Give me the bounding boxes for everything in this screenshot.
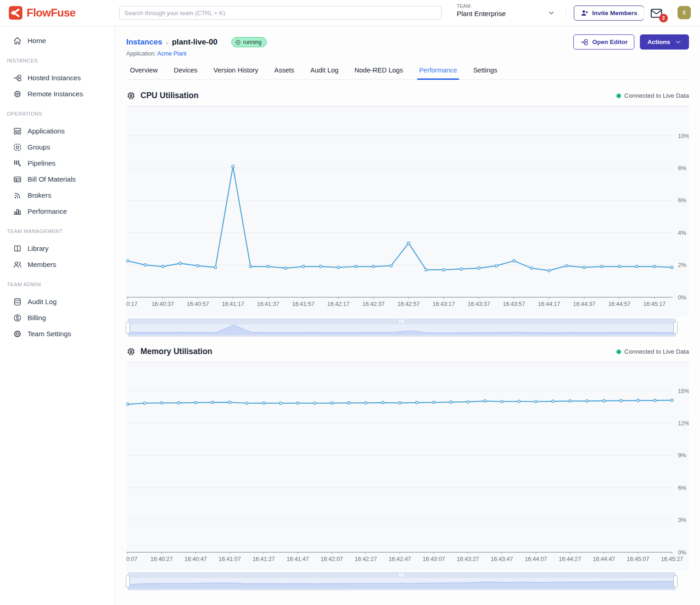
memory-section-title: Memory Utilisation [140,347,213,356]
tab-audit-log[interactable]: Audit Log [310,67,338,79]
svg-text:10%: 10% [678,133,689,139]
sidebar-section-label: INSTANCES [7,58,114,63]
cpu-chart-range-minimap[interactable] [128,318,676,337]
memory-chart-range-minimap[interactable] [128,572,676,590]
actions-label: Actions [647,39,670,45]
svg-text:16:41:57: 16:41:57 [292,301,314,307]
sidebar-item-label: Bill Of Materials [28,175,76,183]
svg-text:16:43:37: 16:43:37 [468,301,490,307]
svg-text:16:40:37: 16:40:37 [151,301,174,307]
sidebar-item-label: Members [28,261,56,268]
broadcast-icon [13,191,22,200]
sidebar-item-audit-log[interactable]: Audit Log [0,294,114,310]
application-line: Application: Acme Plant [126,50,689,57]
user-avatar[interactable]: fl [678,6,691,19]
cpu-chip-icon [13,89,22,99]
svg-text:16:44:37: 16:44:37 [573,301,595,307]
tab-performance[interactable]: Performance [419,67,457,79]
svg-text:15%: 15% [678,388,689,394]
svg-text:16:42:57: 16:42:57 [398,301,420,307]
invite-members-button[interactable]: Invite Members [574,6,644,21]
svg-text:16:40:47: 16:40:47 [185,556,207,562]
svg-text:16:44:47: 16:44:47 [593,556,615,562]
sidebar-item-team-settings[interactable]: Team Settings [0,326,114,342]
application-link[interactable]: Acme Plant [157,50,186,57]
sidebar-item-hosted-instances[interactable]: Hosted Instances [0,70,114,86]
range-handle-right[interactable] [673,322,678,334]
sidebar-item-home[interactable]: Home [0,33,114,49]
sitemap-icon [13,73,22,83]
svg-text:16:42:47: 16:42:47 [389,556,411,562]
cpu-chip-icon [126,91,136,100]
svg-text:16:44:57: 16:44:57 [608,301,631,307]
sidebar-item-performance[interactable]: Performance [0,203,114,219]
svg-text:6%: 6% [678,485,686,491]
sidebar-item-brokers[interactable]: Brokers [0,187,114,203]
tab-version-history[interactable]: Version History [213,67,258,79]
instance-name: plant-live-00 [172,38,217,47]
sidebar-item-applications[interactable]: Applications [0,123,114,139]
svg-text:16:43:27: 16:43:27 [457,556,479,562]
flowfuse-logo-text: FlowFuse [27,6,76,19]
actions-button[interactable]: Actions [640,34,689,50]
top-navigation-bar: FlowFuse TEAM: Plant Enterprise Invite M… [0,0,700,26]
search-input[interactable] [119,6,442,20]
svg-text:16:42:17: 16:42:17 [327,301,350,307]
live-status-dot [616,94,621,98]
cpu-utilisation-chart[interactable]: 0%2%4%6%8%10%0:1716:40:3716:40:5716:41:1… [126,106,689,317]
minimap-bottom-strip [128,335,676,337]
sidebar-item-pipelines[interactable]: Pipelines [0,155,114,171]
svg-text:16:43:07: 16:43:07 [423,556,445,562]
header-divider [566,7,566,19]
sidebar-item-library[interactable]: Library [0,240,114,256]
notifications-button[interactable]: 2 [649,6,664,20]
svg-text:16:41:27: 16:41:27 [252,556,275,562]
sidebar-item-remote-instances[interactable]: Remote Instances [0,86,114,102]
svg-text:16:45:17: 16:45:17 [643,301,666,307]
range-handle-left[interactable] [126,575,130,588]
tab-devices[interactable]: Devices [174,67,197,79]
svg-text:8%: 8% [678,165,686,172]
sidebar-item-groups[interactable]: Groups [0,139,114,155]
memory-utilisation-chart[interactable]: 0%3%6%9%12%15%0:0716:40:2716:40:4716:41:… [126,362,689,571]
bar-chart-icon [13,207,22,216]
team-selector-name: Plant Enterprise [457,10,559,17]
tab-settings[interactable]: Settings [473,67,497,79]
minimap-drag-handle[interactable] [128,572,676,578]
svg-text:16:42:07: 16:42:07 [320,556,343,562]
chip-dashed-icon [13,143,22,152]
sidebar-item-label: Hosted Instances [28,74,81,82]
sidebar-item-label: Team Settings [28,330,71,338]
svg-text:16:44:17: 16:44:17 [538,301,560,307]
open-editor-button[interactable]: Open Editor [573,34,634,50]
team-selector[interactable]: TEAM: Plant Enterprise [457,4,559,22]
cpu-chart-svg: 0%2%4%6%8%10%0:1716:40:3716:40:5716:41:1… [126,106,689,317]
tab-node-red-logs[interactable]: Node-RED Logs [354,67,403,79]
cpu-section-title: CPU Utilisation [140,91,198,100]
breadcrumb-instances-link[interactable]: Instances [126,38,162,47]
sidebar-item-billing[interactable]: Billing [0,310,114,326]
sidebar-item-bill-of-materials[interactable]: Bill Of Materials [0,171,114,187]
memory-live-status: Connected to Live Data [616,348,689,355]
svg-text:16:43:57: 16:43:57 [503,301,525,307]
range-handle-right[interactable] [673,575,678,588]
table-icon [13,175,22,184]
memory-live-status-label: Connected to Live Data [624,348,689,355]
tab-overview[interactable]: Overview [130,67,157,79]
users-icon [13,260,22,269]
svg-text:12%: 12% [678,420,689,427]
flowfuse-logo[interactable]: FlowFuse [8,6,76,20]
minimap-drag-handle[interactable] [128,318,676,324]
range-handle-left[interactable] [126,322,130,334]
svg-text:16:42:37: 16:42:37 [362,301,385,307]
status-badge-label: running [243,39,262,45]
sidebar-item-members[interactable]: Members [0,256,114,272]
svg-text:16:42:27: 16:42:27 [355,556,377,562]
svg-text:16:41:47: 16:41:47 [286,556,309,562]
application-label: Application: [126,50,156,57]
svg-text:0%: 0% [678,549,686,556]
tab-assets[interactable]: Assets [274,67,295,79]
sidebar-item-label: Remote Instances [28,90,83,98]
breadcrumb-separator: › [166,39,168,46]
sidebar-item-label: Applications [28,127,65,135]
